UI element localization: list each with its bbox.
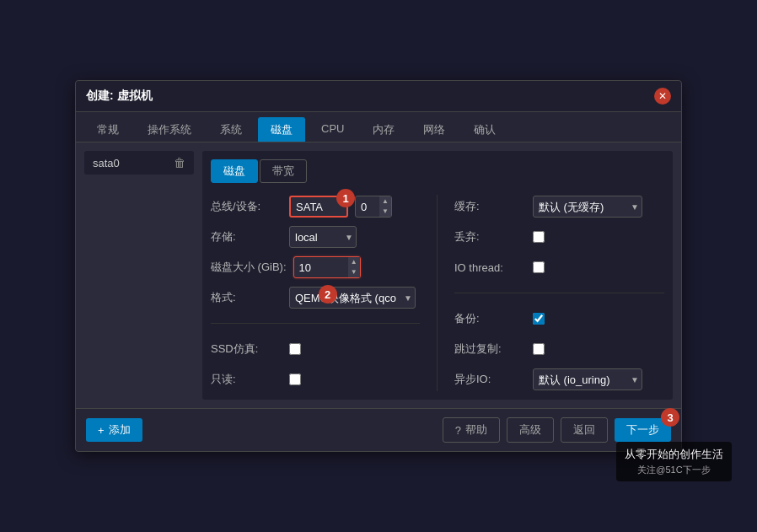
disk-size-row: 磁盘大小 (GiB): ▲ ▼ 2 [211, 255, 420, 279]
sub-tabs: 磁盘 带宽 [211, 159, 664, 183]
backup-row: 备份: [454, 307, 664, 330]
right-column: 缓存: 默认 (无缓存) ▼ 丢弃: [438, 195, 664, 391]
async-io-select[interactable]: 默认 (io_uring) [533, 368, 642, 390]
spinner-buttons: ▲ ▼ [379, 196, 391, 217]
storage-label: 存储: [211, 229, 282, 245]
bus-label: 总线/设备: [211, 199, 282, 214]
ssd-row: SSD仿真: [211, 337, 420, 361]
back-button[interactable]: 返回 [561, 417, 608, 443]
disk-size-spinner-btns: ▲ ▼ [348, 257, 360, 277]
add-label: 添加 [109, 422, 131, 438]
tab-system[interactable]: 系统 [207, 117, 255, 142]
left-column: 总线/设备: 1 ▲ ▼ [211, 195, 438, 391]
disk-size-spinner: ▲ ▼ 2 [293, 256, 361, 278]
sidebar-item-label: sata0 [93, 157, 120, 169]
content-area: sata0 🗑 磁盘 带宽 总线/设备: [76, 142, 681, 408]
sidebar: sata0 🗑 [84, 151, 194, 400]
skip-replication-checkbox[interactable] [533, 343, 545, 355]
cache-select-wrapper: 默认 (无缓存) ▼ [533, 196, 642, 218]
spinner-up[interactable]: ▲ [379, 196, 391, 207]
disk-size-down[interactable]: ▼ [348, 267, 360, 277]
bus-device-row: 总线/设备: 1 ▲ ▼ [211, 195, 420, 218]
cache-label: 缓存: [454, 199, 526, 214]
tab-os[interactable]: 操作系统 [135, 117, 204, 142]
cache-row: 缓存: 默认 (无缓存) ▼ [454, 195, 664, 218]
storage-select[interactable]: local [289, 226, 357, 248]
form-grid: 总线/设备: 1 ▲ ▼ [211, 195, 664, 391]
storage-select-wrapper: local ▼ [289, 226, 357, 248]
tab-disk[interactable]: 磁盘 [258, 117, 305, 142]
format-select[interactable]: QEMU映像格式 (qco [289, 287, 416, 309]
spinner-down[interactable]: ▼ [379, 207, 391, 217]
help-label: 帮助 [465, 422, 487, 438]
bus-num-spinner: ▲ ▼ [355, 196, 392, 218]
add-button[interactable]: + 添加 [86, 418, 142, 442]
storage-row: 存储: local ▼ [211, 225, 420, 249]
add-icon: + [98, 424, 105, 437]
disk-size-up[interactable]: ▲ [348, 257, 360, 267]
sub-tab-disk[interactable]: 磁盘 [211, 159, 258, 183]
tab-general[interactable]: 常规 [84, 117, 132, 142]
discard-label: 丢弃: [454, 229, 526, 245]
sub-tab-bandwidth[interactable]: 带宽 [260, 159, 307, 183]
async-io-row: 异步IO: 默认 (io_uring) ▼ [454, 368, 664, 391]
io-thread-row: IO thread: [454, 255, 664, 279]
divider-right [454, 293, 664, 293]
format-label: 格式: [211, 290, 282, 305]
format-row: 格式: QEMU映像格式 (qco ▼ [211, 286, 420, 309]
tab-network[interactable]: 网络 [411, 117, 458, 142]
backup-label: 备份: [454, 311, 526, 326]
cache-select[interactable]: 默认 (无缓存) [533, 196, 642, 218]
title-bar: 创建: 虚拟机 ✕ [76, 81, 681, 112]
tab-confirm[interactable]: 确认 [461, 117, 508, 142]
readonly-checkbox[interactable] [289, 373, 301, 385]
bottom-bar: + 添加 ? 帮助 高级 返回 下一步 3 [76, 408, 681, 451]
bottom-right-buttons: ? 帮助 高级 返回 下一步 3 [443, 417, 671, 443]
readonly-row: 只读: [211, 368, 420, 391]
io-thread-checkbox[interactable] [533, 261, 545, 273]
advanced-button[interactable]: 高级 [507, 417, 554, 443]
divider-left [211, 323, 420, 324]
async-io-label: 异步IO: [454, 372, 526, 387]
main-panel: 磁盘 带宽 总线/设备: 1 [202, 151, 673, 400]
close-button[interactable]: ✕ [654, 88, 671, 105]
disk-size-label: 磁盘大小 (GiB): [211, 260, 287, 275]
dialog-title: 创建: 虚拟机 [86, 89, 153, 104]
next-button[interactable]: 下一步 [615, 418, 671, 442]
watermark-line2: 关注@51C下一步 [625, 464, 723, 476]
io-thread-label: IO thread: [454, 261, 526, 274]
readonly-label: 只读: [211, 372, 282, 387]
tab-cpu[interactable]: CPU [309, 117, 357, 142]
ssd-checkbox[interactable] [289, 343, 301, 355]
format-select-wrapper: QEMU映像格式 (qco ▼ [289, 287, 416, 309]
dialog: 创建: 虚拟机 ✕ 常规 操作系统 系统 磁盘 CPU 内存 网络 确认 sat… [75, 80, 682, 452]
discard-row: 丢弃: [454, 225, 664, 249]
ssd-label: SSD仿真: [211, 341, 282, 357]
delete-icon[interactable]: 🗑 [174, 156, 185, 169]
bus-input[interactable] [289, 196, 348, 218]
nav-tabs: 常规 操作系统 系统 磁盘 CPU 内存 网络 确认 [76, 112, 681, 142]
help-icon: ? [455, 424, 461, 437]
async-io-select-wrapper: 默认 (io_uring) ▼ [533, 368, 642, 390]
sidebar-item-sata0[interactable]: sata0 🗑 [84, 151, 194, 175]
discard-checkbox[interactable] [533, 231, 545, 243]
tab-memory[interactable]: 内存 [360, 117, 407, 142]
backup-checkbox[interactable] [533, 313, 545, 325]
skip-replication-label: 跳过复制: [454, 341, 526, 357]
help-button[interactable]: ? 帮助 [443, 417, 500, 443]
skip-replication-row: 跳过复制: [454, 337, 664, 361]
